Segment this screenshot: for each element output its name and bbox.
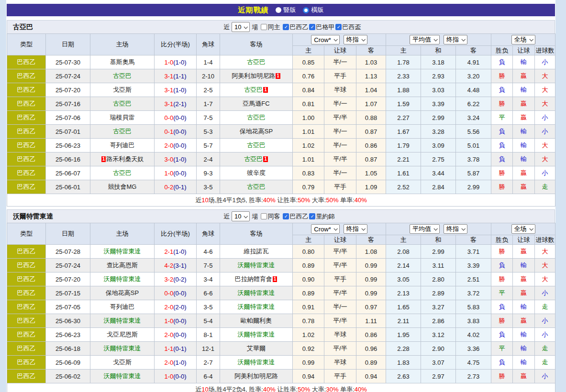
match-date-cell: 25-07-06: [46, 111, 90, 125]
result-goals-cell: 小: [535, 55, 555, 69]
corner-cell: 2-7: [197, 356, 220, 370]
away-team-name: 阿美利加明尼路: [232, 72, 275, 79]
fulltime-score: 1-0: [164, 373, 173, 380]
same-venue-checkbox[interactable]: 同客: [261, 212, 280, 221]
subcol-result-outcome: 胜负: [491, 235, 513, 245]
home-team-cell: 戈亞斯: [90, 83, 155, 97]
recent-results-banner: 近期戰績 豎版 橫版: [7, 4, 555, 16]
avg-home-odds-cell: 2.27: [386, 111, 421, 125]
home-team-name: 哥列迪巴: [110, 142, 135, 149]
away-team-cell: 古亞巴: [220, 180, 293, 194]
score-cell: 1-0(1-0): [155, 55, 197, 69]
odds-handicap-cell: 平手: [324, 180, 356, 194]
injury-badge: 1: [263, 87, 268, 93]
result-goals-cell: 走: [535, 180, 555, 194]
odds-away-cell: 1.07: [356, 97, 386, 111]
fulltime-score: 3-0: [164, 156, 173, 163]
average-type-select[interactable]: 平均值: [410, 224, 440, 234]
odds-away-cell: 0.94: [356, 370, 386, 383]
halftime-score: (0-0): [173, 373, 186, 380]
layout-vertical-radio[interactable]: 豎版: [276, 6, 296, 14]
avg-away-odds-cell: 2.99: [456, 180, 491, 194]
avg-away-odds-cell: 4.91: [456, 55, 491, 69]
same-venue-checkbox[interactable]: 同主: [261, 23, 280, 32]
away-team-name: 古亞巴: [247, 58, 266, 65]
matches-table: 类型 日期 主场 比分(半场) 角球 客场 Crow* 终指 平均值: [7, 33, 555, 207]
halftime-score: (0-1): [173, 345, 186, 352]
match-date-cell: 25-06-23: [46, 139, 90, 152]
scope-select[interactable]: 全场: [511, 224, 535, 234]
home-team-name: 保地花高SP: [106, 289, 139, 296]
result-outcome-cell: 勝: [491, 166, 513, 180]
match-type-cell: 巴西乙: [7, 166, 46, 180]
summary-segment: 40%: [263, 196, 276, 204]
radio-unselected-icon: [276, 7, 281, 13]
average-time-select[interactable]: 终指: [444, 224, 467, 234]
avg-home-odds-cell: 1.95: [386, 328, 421, 342]
odds-handicap-cell: 半/一: [324, 125, 356, 139]
score-cell: 3-1(1-0): [155, 83, 197, 97]
checkbox-icon: ✓: [283, 213, 289, 219]
home-team-cell: 戈亞斯: [90, 356, 155, 370]
layout-horizontal-radio[interactable]: 橫版: [303, 6, 324, 14]
average-type-select[interactable]: 平均值: [410, 35, 440, 44]
avg-draw-odds-cell: 2.84: [421, 180, 456, 194]
corner-cell: 7-5: [197, 111, 220, 125]
match-date-cell: 25-06-18: [46, 342, 90, 356]
match-date-cell: 25-06-16: [46, 152, 90, 166]
odds-away-cell: 0.86: [356, 139, 386, 152]
corner-cell: 7-5: [197, 259, 220, 272]
avg-away-odds-cell: 3.78: [456, 152, 491, 166]
avg-home-odds-cell: 2.21: [386, 152, 421, 166]
league-filter-checkbox[interactable]: ✓巴格甲: [309, 23, 334, 32]
odds-company-select[interactable]: Crow*: [311, 224, 339, 234]
odds-time-select[interactable]: 终指: [344, 35, 367, 44]
match-type-cell: 巴西乙: [7, 286, 46, 300]
halftime-score: (2-0): [173, 304, 186, 311]
league-filter-checkbox[interactable]: ✓巴西乙: [283, 23, 308, 32]
subcol-odds-home: 主: [293, 46, 324, 55]
chevron-down-icon: [433, 227, 437, 230]
summary-segment: 让胜率:: [276, 386, 298, 392]
match-type-cell: 巴西乙: [7, 55, 46, 69]
page-left-margin: [0, 0, 6, 392]
result-handicap-cell: 贏: [513, 166, 535, 180]
match-date-cell: 25-07-20: [46, 83, 90, 97]
fulltime-score: 0-1: [164, 128, 173, 135]
league-filter-checkbox[interactable]: ✓巴西乙: [283, 212, 308, 221]
league-filter-checkbox[interactable]: ✓巴西盃: [335, 23, 361, 32]
average-time-select[interactable]: 终指: [444, 35, 467, 44]
summary-row: 近10场,胜4平1负5, 胜率:40% 让胜率:50% 大率:50% 单率:40…: [7, 194, 555, 207]
subcol-odds-home: 主: [293, 235, 324, 245]
away-team-name: 沃爾特雷東達: [238, 289, 275, 296]
match-date-cell: 25-07-24: [46, 259, 90, 272]
checkbox-icon: ✓: [309, 24, 315, 30]
avg-home-odds-cell: 1.65: [386, 300, 421, 314]
avg-away-odds-cell: 4.48: [456, 83, 491, 97]
halftime-score: (0-0): [173, 170, 186, 177]
odds-handicap-cell: 平/半: [324, 342, 356, 356]
match-count-select[interactable]: 10: [232, 22, 250, 32]
corner-cell: 1-4: [197, 55, 220, 69]
scope-select[interactable]: 全场: [511, 35, 535, 44]
match-count-select[interactable]: 10: [232, 211, 250, 221]
summary-segment: 大率:: [310, 196, 326, 204]
match-type-cell: 巴西乙: [7, 328, 46, 342]
away-team-cell: 沃爾特雷東達: [220, 328, 293, 342]
league-filter-checkbox[interactable]: ✓里約錦: [309, 212, 334, 221]
summary-segment: 近: [195, 196, 201, 204]
summary-segment: 单率:: [338, 196, 354, 204]
odds-time-select[interactable]: 终指: [344, 224, 367, 234]
odds-company-select[interactable]: Crow*: [311, 35, 339, 44]
fulltime-score: 0-0: [164, 114, 173, 121]
home-team-cell: 古亞巴: [90, 125, 155, 139]
match-date-cell: 25-07-30: [46, 55, 90, 69]
away-team-name: 阿美利加明尼路: [234, 372, 278, 380]
avg-home-odds-cell: 1.83: [386, 356, 421, 370]
result-handicap-cell: 輸: [513, 356, 535, 370]
odds-home-cell: 1.02: [293, 139, 324, 152]
chevron-down-icon: [461, 37, 465, 41]
match-date-cell: 25-07-16: [46, 97, 90, 111]
team-name: 古亞巴: [13, 23, 33, 32]
home-team-cell: 沃爾特雷東達: [90, 342, 155, 356]
